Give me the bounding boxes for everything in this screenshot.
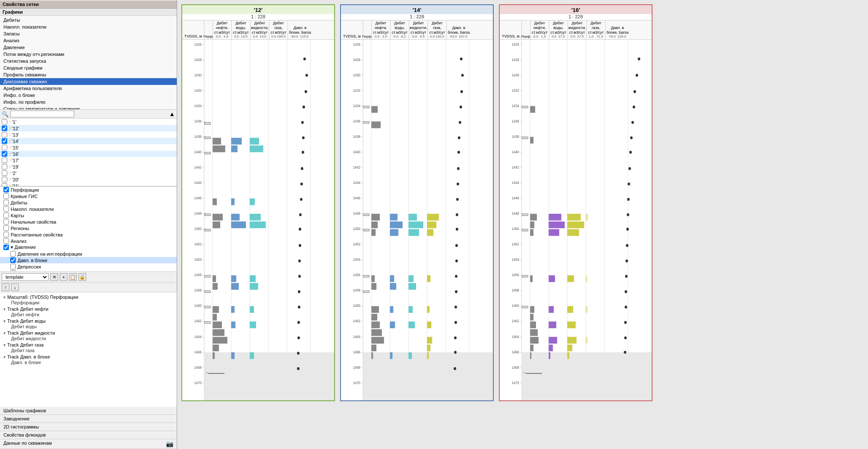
well-checkbox-19[interactable] [2,164,7,169]
menu-item-svod[interactable]: Сводные графики [0,64,177,71]
menu-item-info-prof[interactable]: Инфо. по профилю [0,99,177,105]
menu-item-analiz[interactable]: Анализ [0,37,177,44]
well-item-1[interactable]: ↑ '1' [0,119,177,125]
bottom-2d[interactable]: 2D гистограммы [0,423,177,431]
well-label-19: '19' [12,164,19,169]
track-tvdss-header[interactable]: ▾ Масштаб: (TVDSS) Перфорации [3,294,173,300]
bottom-fluid[interactable]: Свойства флюидов [0,431,177,439]
cb-nachal-check[interactable] [3,219,9,224]
well-12-scale: 1 : 228 [182,14,334,20]
bottom-shablon[interactable]: Шаблоны графиков [0,407,177,415]
cb-davl-int-check[interactable] [10,251,16,257]
track-zhid-header[interactable]: ▾ Track Дебит жидкости [3,330,173,336]
cb-nakop[interactable]: Накопл. показатели [0,206,177,212]
cb-regions-check[interactable] [3,225,9,231]
well-checkbox-14[interactable] [2,138,7,144]
well-item-12[interactable]: ↑ '12' [0,125,177,131]
cb-perforations-check[interactable] [3,187,9,192]
menu-item-info-blok[interactable]: Инфо. о блоке [0,92,177,99]
svg-rect-84 [231,214,240,221]
well-checkbox-13[interactable] [2,132,7,137]
well-checkbox-2[interactable] [2,170,7,176]
menu-item-stat[interactable]: Статистика запуска [0,58,177,64]
cb-rassch-check[interactable] [3,232,9,237]
menu-item-debity[interactable]: Дебиты [0,17,177,23]
cb-perforations[interactable]: Перфорации [0,187,177,193]
well-checkbox-15[interactable] [2,145,7,150]
well-item-14[interactable]: ↑ '14' [0,138,177,144]
menu-item-profil[interactable]: Профиль скважины [0,71,177,78]
add-template-button[interactable]: + [60,273,67,281]
well-checkbox-1[interactable] [2,119,7,125]
cb-davlenie[interactable]: ▾ Давление [0,244,177,251]
well-search-input[interactable] [10,111,74,117]
cb-regions[interactable]: Регионы [0,225,177,231]
menu-item-srezy[interactable]: Срезы по температуре и давлению [0,105,177,110]
move-up-button[interactable]: ↑ [2,283,9,291]
track-davl-header[interactable]: ▾ Track Давл. в блоке [3,354,173,360]
well-checkbox-20[interactable] [2,177,7,182]
well-checkbox-16[interactable] [2,151,7,157]
well-item-21[interactable]: ↑ '21' [0,183,177,186]
cb-davl-int[interactable]: Давление на инт.перфорации [0,251,177,257]
cb-nachal[interactable]: Начальные свойства [0,219,177,225]
menu-item-nakop[interactable]: Накопл. показатели [0,23,177,30]
well-checkbox-12[interactable] [2,125,7,131]
cb-karty[interactable]: Карты [0,212,177,219]
well-item-13[interactable]: ↑ '13' [0,131,177,138]
svg-text:1448: 1448 [194,211,202,216]
well-checkbox-17[interactable] [2,157,7,163]
svg-rect-201 [390,275,394,282]
cb-depress[interactable]: Депрессия [0,263,177,270]
svg-text:1426: 1426 [353,42,361,47]
svg-text:1452: 1452 [194,242,202,247]
well-checkbox-21[interactable] [2,183,7,186]
well-item-17[interactable]: ↑ '17' [0,157,177,163]
cb-analiz[interactable]: Анализ [0,238,177,244]
cb-perforations-label: Перфорации [11,187,39,192]
cb-analiz-check[interactable] [3,238,9,244]
well-item-15[interactable]: ↑ '15' [0,144,177,151]
cb-davlenie-check[interactable] [3,245,9,250]
delete-template-button[interactable]: ✕ [50,273,58,281]
svg-point-236 [455,259,458,262]
copy-template-button[interactable]: 📋 [69,273,77,281]
svg-rect-88 [231,306,235,313]
cb-depress-check[interactable] [10,264,16,269]
svg-rect-72 [213,275,216,282]
cb-karty-check[interactable] [3,213,9,218]
cb-debity[interactable]: Дебиты [0,199,177,206]
well-item-19[interactable]: ↑ '19' [0,163,177,170]
menu-item-zapasy[interactable]: Запасы [0,30,177,37]
svg-point-350 [626,228,629,231]
svg-point-339 [638,58,640,61]
cb-gis-check[interactable] [3,193,9,199]
template-select[interactable]: template [2,273,49,281]
menu-item-diagram[interactable]: Диаграмма скважин [0,78,177,85]
svg-rect-197 [371,352,373,359]
cb-debity-check[interactable] [3,200,9,205]
well-14-scale: 1 : 228 [341,14,493,20]
menu-item-arifm[interactable]: Арифметика пользователя [0,85,177,92]
cb-gis[interactable]: Кривые ГИС [0,193,177,199]
bottom-data[interactable]: Данные по скважинам 📷 [0,439,177,449]
bottom-zavod[interactable]: Заводнение [0,415,177,423]
lock-template-button[interactable]: 🔒 [79,273,86,281]
cb-davl-blok-check[interactable] [10,257,16,263]
cb-nakop-check[interactable] [3,206,9,212]
svg-rect-47 [204,122,210,125]
track-voda-header[interactable]: ▾ Track Дебит воды [3,318,173,324]
well-item-16[interactable]: ↑ '16' [0,151,177,157]
caret-neft: ▾ [3,307,6,312]
menu-item-potok[interactable]: Поток между отч.регионами [0,51,177,58]
cb-rassch[interactable]: Рассчитанные свойства [0,231,177,238]
move-down-button[interactable]: ↓ [11,283,19,291]
well-item-20[interactable]: ↑ '20' [0,176,177,183]
col-zhid-12: Дебит жидкости, ст.м3/сут 0.0 14.0 [250,20,269,39]
menu-item-davlenie[interactable]: Давление [0,44,177,51]
well-item-2[interactable]: ↑ '2' [0,170,177,176]
track-neft-header[interactable]: ▾ Track Дебит нефти [3,306,173,312]
track-gaz-header[interactable]: ▾ Track Дебит газа [3,342,173,348]
cb-davl-blok[interactable]: Давл. в блоке [0,257,177,263]
scroll-up-icon[interactable]: ▲ [169,111,175,117]
